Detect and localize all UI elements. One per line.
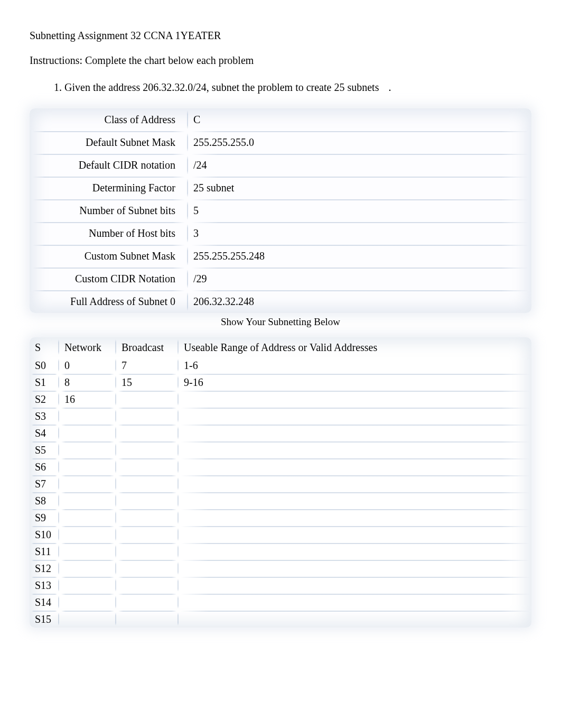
subnet-cell-range [179, 577, 531, 594]
subnet-row: S9 [30, 509, 531, 526]
subnet-cell-network [59, 509, 116, 526]
info-label: Number of Subnet bits [30, 199, 188, 222]
instructions-text: Instructions: Complete the chart below e… [30, 54, 531, 67]
subnet-header-network: Network [59, 337, 116, 357]
subnet-cell-broadcast [116, 509, 179, 526]
subnet-cell-range [179, 509, 531, 526]
subnet-row: S13 [30, 577, 531, 594]
subnet-cell-network [59, 425, 116, 441]
subnet-cell-broadcast [116, 441, 179, 458]
subnet-cell-range [179, 475, 531, 492]
subnet-cell-broadcast [116, 560, 179, 577]
document-page: Subnetting Assignment 32 CCNA 1YEATER In… [0, 0, 561, 649]
subnet-cell-range [179, 492, 531, 509]
subnet-cell-s: S9 [30, 509, 59, 526]
subnet-cell-s: S13 [30, 577, 59, 594]
info-label: Custom Subnet Mask [30, 245, 188, 268]
info-row: Custom CIDR Notation/29 [30, 268, 531, 290]
info-value: /29 [188, 268, 531, 290]
info-row: Determining Factor25 subnet [30, 177, 531, 199]
subnet-cell-s: S0 [30, 357, 59, 374]
subnet-table: S Network Broadcast Useable Range of Add… [30, 337, 531, 628]
subnet-row: S216 [30, 391, 531, 408]
subnet-cell-broadcast [116, 594, 179, 611]
subnet-cell-broadcast [116, 543, 179, 560]
subnet-cell-broadcast [116, 475, 179, 492]
subnet-cell-network [59, 543, 116, 560]
subnet-cell-range: 1-6 [179, 357, 531, 374]
subnet-cell-range [179, 391, 531, 408]
info-row: Full Address of Subnet 0206.32.32.248 [30, 290, 531, 313]
info-value: 206.32.32.248 [188, 290, 531, 313]
info-row: Default Subnet Mask255.255.255.0 [30, 131, 531, 154]
info-value: 255.255.255.248 [188, 245, 531, 268]
subnet-cell-range [179, 408, 531, 425]
info-row: Default CIDR notation/24 [30, 154, 531, 177]
subnet-cell-network: 16 [59, 391, 116, 408]
problem-period: . [379, 81, 391, 93]
info-table: Class of AddressCDefault Subnet Mask255.… [30, 108, 531, 313]
subnet-cell-range [179, 611, 531, 628]
subnet-cell-s: S10 [30, 526, 59, 543]
subnet-cell-s: S12 [30, 560, 59, 577]
subnet-cell-network [59, 560, 116, 577]
subnet-cell-range [179, 594, 531, 611]
subnet-cell-s: S1 [30, 374, 59, 391]
subnet-cell-broadcast [116, 408, 179, 425]
subnet-cell-s: S6 [30, 458, 59, 475]
subnet-cell-s: S4 [30, 425, 59, 441]
subnet-row: S6 [30, 458, 531, 475]
subnet-header-row: S Network Broadcast Useable Range of Add… [30, 337, 531, 357]
info-row: Class of AddressC [30, 108, 531, 131]
subnet-cell-broadcast [116, 391, 179, 408]
subnet-cell-broadcast: 7 [116, 357, 179, 374]
subnet-cell-s: S5 [30, 441, 59, 458]
subnet-cell-s: S2 [30, 391, 59, 408]
info-value: C [188, 108, 531, 131]
subnet-cell-s: S8 [30, 492, 59, 509]
subnet-cell-network [59, 441, 116, 458]
subnet-cell-network [59, 458, 116, 475]
info-value: 25 subnet [188, 177, 531, 199]
problem-item-1: Given the address 206.32.32.0/24, subnet… [64, 81, 531, 94]
info-label: Full Address of Subnet 0 [30, 290, 188, 313]
subnet-row: S12 [30, 560, 531, 577]
subnet-cell-network [59, 492, 116, 509]
subnet-row: S14 [30, 594, 531, 611]
subnet-cell-broadcast [116, 611, 179, 628]
subnet-row: S8 [30, 492, 531, 509]
info-label: Custom CIDR Notation [30, 268, 188, 290]
subnet-row: S4 [30, 425, 531, 441]
subnet-cell-s: S15 [30, 611, 59, 628]
subnet-cell-network [59, 611, 116, 628]
subnet-cell-s: S7 [30, 475, 59, 492]
subnet-cell-range [179, 543, 531, 560]
subnet-cell-broadcast: 15 [116, 374, 179, 391]
subnet-cell-network: 0 [59, 357, 116, 374]
info-value: 5 [188, 199, 531, 222]
subnet-cell-s: S11 [30, 543, 59, 560]
info-value: /24 [188, 154, 531, 177]
subnet-cell-range [179, 441, 531, 458]
info-value: 255.255.255.0 [188, 131, 531, 154]
subnet-cell-network [59, 475, 116, 492]
subnet-cell-range [179, 458, 531, 475]
info-row: Custom Subnet Mask255.255.255.248 [30, 245, 531, 268]
info-value: 3 [188, 222, 531, 245]
subnet-cell-range: 9-16 [179, 374, 531, 391]
subnet-cell-s: S3 [30, 408, 59, 425]
subnet-cell-network [59, 594, 116, 611]
info-label: Default CIDR notation [30, 154, 188, 177]
subnet-cell-broadcast [116, 425, 179, 441]
subnet-header-s: S [30, 337, 59, 357]
problem-text: Given the address 206.32.32.0/24, subnet… [64, 81, 379, 93]
subnet-cell-network [59, 408, 116, 425]
subnet-header-broadcast: Broadcast [116, 337, 179, 357]
page-title: Subnetting Assignment 32 CCNA 1YEATER [30, 30, 531, 42]
subnet-row: S3 [30, 408, 531, 425]
show-subnetting-caption: Show Your Subnetting Below [30, 316, 531, 328]
info-label: Determining Factor [30, 177, 188, 199]
info-label: Class of Address [30, 108, 188, 131]
subnet-cell-network [59, 526, 116, 543]
subnet-cell-range [179, 560, 531, 577]
